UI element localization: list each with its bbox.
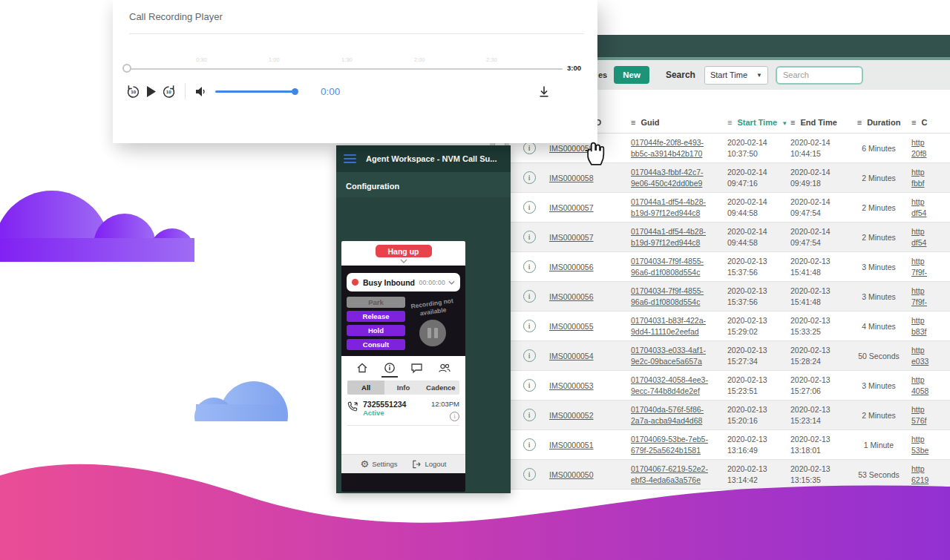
guid-link-line1[interactable]: 017044a1-df54-4b28-: [631, 197, 706, 206]
menu-item-configuration[interactable]: Configuration: [336, 172, 511, 191]
guid-link-line2[interactable]: 96a6-d1f0808d554c: [631, 297, 700, 306]
recording-url-line1[interactable]: http: [911, 375, 925, 384]
info-icon[interactable]: i: [523, 260, 536, 273]
recording-url-line1[interactable]: http: [911, 286, 925, 295]
guid-link-line1[interactable]: 017044a1-df54-4b28-: [631, 227, 706, 236]
tab-all[interactable]: All: [347, 381, 384, 395]
interaction-id-link[interactable]: IMS0000056: [549, 263, 594, 271]
interaction-id-link[interactable]: IMS0000057: [549, 233, 594, 242]
seek-slider-thumb[interactable]: [122, 64, 131, 73]
table-row[interactable]: i IMS0000057 017044a1-df54-4b28- b19d-97…: [490, 223, 950, 252]
info-icon[interactable]: i: [523, 201, 536, 214]
guid-link-line1[interactable]: 01704067-6219-52e2-: [631, 464, 708, 473]
info-icon[interactable]: i: [523, 231, 536, 243]
interaction-id-link[interactable]: IMS0000058: [549, 174, 594, 182]
recording-url-line2[interactable]: 576f: [911, 416, 926, 425]
recording-url-line2[interactable]: df54: [911, 238, 926, 247]
guid-link-line1[interactable]: 01704034-7f9f-4855-: [631, 286, 704, 295]
forward-10-button[interactable]: 10: [162, 85, 176, 99]
settings-button[interactable]: ⚙ Settings: [360, 459, 397, 469]
guid-link-line2[interactable]: 9ecc-744b8d4de2ef: [631, 386, 700, 395]
interaction-id-link[interactable]: IMS0000055: [549, 322, 594, 331]
recording-url-line2[interactable]: 6219: [911, 475, 928, 484]
info-icon[interactable]: i: [523, 290, 536, 303]
call-list-item[interactable]: 7325551234 Active 12:03PM i: [347, 398, 459, 426]
guid-link-line1[interactable]: 017044a3-fbbf-42c7-: [631, 168, 704, 177]
header-end-time[interactable]: ≡ End Time: [790, 118, 854, 127]
recording-url-line1[interactable]: http: [911, 346, 925, 355]
table-row[interactable]: i IMS0000058 017044a3-fbbf-42c7- 9e06-45…: [490, 163, 950, 193]
recording-url-line1[interactable]: http: [911, 464, 925, 473]
table-row[interactable]: i IMS0000050 01704067-6219-52e2- ebf3-4e…: [490, 460, 950, 490]
interaction-id-link[interactable]: IMS0000051: [549, 441, 594, 449]
interaction-id-link[interactable]: IMS0000052: [549, 411, 594, 420]
call-info-icon[interactable]: i: [450, 412, 459, 421]
chat-icon[interactable]: [410, 360, 425, 375]
table-row[interactable]: i IMS0000053 01704032-4058-4ee3- 9ecc-74…: [490, 371, 950, 401]
header-guid[interactable]: ≡ Guid: [631, 118, 727, 127]
search-field-dropdown[interactable]: Start Time ▼: [704, 66, 768, 85]
guid-link-line2[interactable]: ebf3-4eda6a3a576e: [631, 475, 701, 484]
recording-url-line2[interactable]: 4058: [911, 386, 928, 395]
recording-url-line2[interactable]: 7f9f-: [911, 268, 927, 277]
guid-link-line2[interactable]: bb5c-a3914b42b170: [631, 149, 702, 158]
download-button[interactable]: [538, 85, 550, 98]
info-icon[interactable]: i: [523, 468, 536, 481]
info-icon[interactable]: i: [523, 409, 536, 421]
guid-link-line1[interactable]: 017040da-576f-5f86-: [631, 405, 704, 414]
volume-slider-thumb[interactable]: [292, 88, 298, 95]
volume-slider[interactable]: [215, 90, 295, 93]
recording-url-line1[interactable]: http: [911, 405, 925, 414]
tab-info[interactable]: Info: [384, 381, 422, 395]
guid-link-line1[interactable]: 01704032-4058-4ee3-: [631, 375, 708, 384]
table-row[interactable]: i IMS0000057 017044a1-df54-4b28- b19d-97…: [490, 193, 950, 223]
recording-url-line2[interactable]: 53be: [911, 446, 928, 455]
recording-url-line1[interactable]: http: [911, 227, 925, 236]
collapse-chevron-icon[interactable]: [400, 259, 407, 263]
recording-url-line2[interactable]: b83f: [911, 327, 926, 336]
home-icon[interactable]: [355, 360, 370, 375]
guid-link-line2[interactable]: 96a6-d1f0808d554c: [631, 268, 700, 277]
recording-url-line2[interactable]: fbbf: [911, 179, 925, 188]
logout-button[interactable]: Logout: [412, 460, 446, 469]
info-icon[interactable]: i: [523, 320, 536, 332]
guid-link-line2[interactable]: 679f-25a5624b1581: [631, 446, 701, 455]
tab-cadence[interactable]: Cadence: [422, 381, 459, 395]
info-icon[interactable]: i: [523, 171, 536, 184]
play-button[interactable]: [145, 85, 157, 98]
interaction-id-link[interactable]: IMS0000050: [549, 470, 594, 479]
header-start-time[interactable]: ≡ Start Time ▼: [727, 118, 790, 127]
call-status-pill[interactable]: Busy Inbound 00:00:00: [347, 273, 460, 291]
hold-button[interactable]: Hold: [347, 325, 405, 336]
table-row[interactable]: i IMS0000054 01704033-e033-4af1- 9e2c-09…: [490, 341, 950, 371]
info-icon[interactable]: i: [523, 142, 536, 154]
interaction-id-link[interactable]: IMS0000053: [549, 381, 594, 390]
volume-icon[interactable]: [195, 86, 208, 97]
guid-link-line2[interactable]: 9e2c-09bace5a657a: [631, 357, 702, 366]
seek-slider[interactable]: [126, 68, 563, 70]
info-icon[interactable]: i: [523, 438, 536, 451]
guid-link-line1[interactable]: 01704033-e033-4af1-: [631, 346, 706, 355]
recording-url-line1[interactable]: http: [911, 316, 925, 325]
recording-url-line1[interactable]: http: [911, 138, 925, 147]
contacts-icon[interactable]: [437, 360, 452, 375]
recording-url-line1[interactable]: http: [911, 257, 925, 266]
interaction-id-link[interactable]: IMS0000054: [549, 352, 594, 360]
recording-url-line2[interactable]: 7f9f-: [911, 297, 927, 306]
guid-link-line2[interactable]: 9dd4-11110e2eefad: [631, 327, 699, 336]
guid-link-line2[interactable]: 9e06-450c42dd0be9: [631, 179, 702, 188]
guid-link-line2[interactable]: b19d-97f12ed944c8: [631, 208, 700, 217]
recording-url-line1[interactable]: http: [911, 168, 925, 177]
hamburger-menu-icon[interactable]: [344, 152, 356, 165]
table-row[interactable]: i IMS0000051 01704069-53be-7eb5- 679f-25…: [490, 430, 950, 460]
guid-link-line2[interactable]: b19d-97f12ed944c8: [631, 238, 700, 247]
info-icon[interactable]: i: [523, 379, 536, 392]
pause-recording-button[interactable]: [419, 320, 446, 346]
consult-button[interactable]: Consult: [347, 339, 405, 350]
replay-10-button[interactable]: 10: [126, 85, 140, 99]
header-recording-url[interactable]: ≡ C: [904, 118, 950, 127]
info-tab-icon[interactable]: [382, 360, 397, 375]
table-row[interactable]: i IMS0000056 01704034-7f9f-4855- 96a6-d1…: [490, 252, 950, 282]
table-row[interactable]: i IMS0000052 017040da-576f-5f86- 2a7a-ac…: [490, 401, 950, 430]
recording-url-line1[interactable]: http: [911, 435, 925, 444]
